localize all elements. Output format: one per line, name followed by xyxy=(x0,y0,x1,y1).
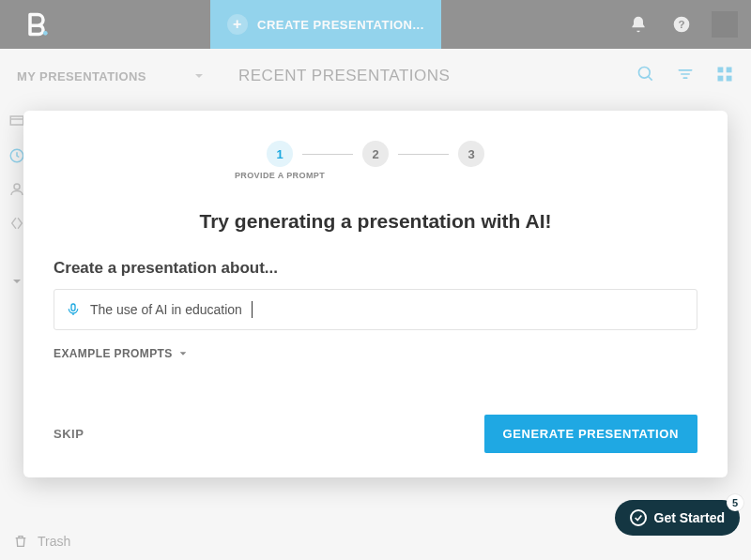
example-prompts-label: EXAMPLE PROMPTS xyxy=(54,347,173,360)
skip-button[interactable]: SKIP xyxy=(54,427,84,441)
prompt-field[interactable]: The use of AI in education xyxy=(54,289,697,330)
modal-title: Try generating a presentation with AI! xyxy=(54,210,697,233)
stepper: 1 PROVIDE A PROMPT 2 3 xyxy=(54,141,697,167)
check-circle-icon xyxy=(630,509,647,526)
step-2: 2 xyxy=(362,141,389,167)
step-divider xyxy=(302,154,353,155)
generate-presentation-button[interactable]: GENERATE PRESENTATION xyxy=(484,415,697,453)
text-cursor xyxy=(252,301,253,318)
ai-prompt-modal: 1 PROVIDE A PROMPT 2 3 Try generating a … xyxy=(23,111,728,477)
get-started-pill[interactable]: Get Started 5 xyxy=(615,500,740,536)
step-divider xyxy=(398,154,449,155)
step-1-label: PROVIDE A PROMPT xyxy=(235,171,325,180)
mic-icon[interactable] xyxy=(66,302,81,317)
example-prompts-toggle[interactable]: EXAMPLE PROMPTS xyxy=(54,347,697,360)
svg-rect-16 xyxy=(71,304,75,310)
get-started-label: Get Started xyxy=(654,510,725,525)
chevron-down-icon xyxy=(178,349,188,358)
prompt-input-text: The use of AI in education xyxy=(90,302,242,317)
step-1: 1 PROVIDE A PROMPT xyxy=(267,141,293,167)
step-3: 3 xyxy=(458,141,484,167)
get-started-badge: 5 xyxy=(727,494,743,511)
prompt-label: Create a presentation about... xyxy=(54,259,697,278)
